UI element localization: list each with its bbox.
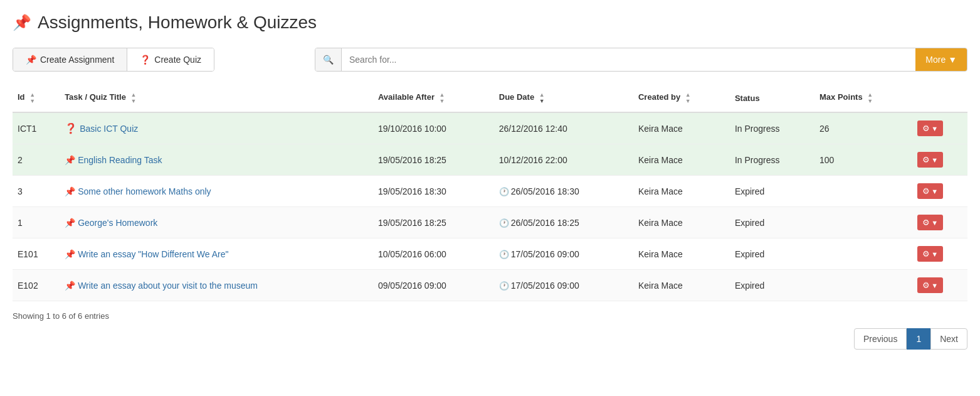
cell-actions: ⚙ ▼ [912, 112, 967, 144]
create-assignment-button[interactable]: 📌 Create Assignment [13, 48, 127, 71]
cell-max-points: 26 [814, 112, 912, 144]
search-area: 🔍 More ▼ [315, 48, 967, 72]
cell-id: E101 [13, 238, 60, 270]
col-header-created[interactable]: Created by ▲▼ [633, 84, 730, 112]
task-link[interactable]: Basic ICT Quiz [80, 124, 138, 134]
clock-icon: 🕐 [499, 187, 509, 196]
prev-button[interactable]: Previous [854, 328, 907, 350]
col-header-available[interactable]: Available After ▲▼ [373, 84, 494, 112]
cell-max-points [814, 207, 912, 238]
cell-title: 📌Write an essay about your visit to the … [60, 270, 373, 301]
cell-due: 🕐26/05/2016 18:25 [494, 207, 633, 238]
task-link[interactable]: George's Homework [78, 218, 157, 228]
page-1-button[interactable]: 1 [907, 328, 930, 350]
cell-actions: ⚙ ▼ [912, 207, 967, 238]
col-header-maxpoints[interactable]: Max Points ▲▼ [814, 84, 912, 112]
table-row: 1 📌George's Homework 19/05/2016 18:25 🕐2… [13, 207, 967, 238]
cell-created-by: Keira Mace [633, 238, 730, 270]
gear-icon: ⚙ [922, 124, 930, 133]
cell-due: 🕐26/05/2016 18:30 [494, 176, 633, 207]
gear-icon: ⚙ [922, 281, 930, 290]
cell-actions: ⚙ ▼ [912, 176, 967, 207]
cell-created-by: Keira Mace [633, 144, 730, 176]
quiz-question-icon: ❓ [140, 55, 150, 65]
cell-max-points: 100 [814, 144, 912, 176]
cell-max-points [814, 176, 912, 207]
table-row: 2 📌English Reading Task 19/05/2016 18:25… [13, 144, 967, 176]
search-input[interactable] [342, 48, 915, 71]
assignment-pin-icon: 📌 [26, 55, 36, 65]
showing-text: Showing 1 to 6 of 6 entries [13, 311, 967, 321]
cell-available: 19/05/2016 18:25 [373, 207, 494, 238]
cell-actions: ⚙ ▼ [912, 144, 967, 176]
cell-created-by: Keira Mace [633, 176, 730, 207]
gear-action-button[interactable]: ⚙ ▼ [917, 183, 943, 199]
cell-status: Expired [730, 238, 814, 270]
clock-icon: 🕐 [499, 218, 509, 228]
page-title: Assignments, Homework & Quizzes [38, 13, 317, 33]
cell-status: In Progress [730, 112, 814, 144]
gear-icon: ⚙ [922, 186, 930, 196]
task-link[interactable]: Some other homework Maths only [78, 186, 211, 196]
cell-title: 📌Write an essay "How Different We Are" [60, 238, 373, 270]
col-header-actions [912, 84, 967, 112]
cell-due: 🕐17/05/2016 09:00 [494, 238, 633, 270]
table-row: E101 📌Write an essay "How Different We A… [13, 238, 967, 270]
search-icon: 🔍 [315, 48, 342, 71]
cell-max-points [814, 238, 912, 270]
gear-icon: ⚙ [922, 218, 930, 227]
gear-action-button[interactable]: ⚙ ▼ [917, 277, 943, 293]
caret-icon: ▼ [931, 219, 938, 227]
cell-id: 3 [13, 176, 60, 207]
cell-created-by: Keira Mace [633, 207, 730, 238]
cell-due: 10/12/2016 22:00 [494, 144, 633, 176]
cell-status: In Progress [730, 144, 814, 176]
create-quiz-button[interactable]: ❓ Create Quiz [127, 48, 214, 71]
cell-id: E102 [13, 270, 60, 301]
cell-id: 1 [13, 207, 60, 238]
assignment-pin-icon: 📌 [65, 186, 75, 196]
pagination: Previous 1 Next [13, 328, 967, 350]
col-header-due[interactable]: Due Date ▲▼ [494, 84, 633, 112]
assignments-table: Id ▲▼ Task / Quiz Title ▲▼ Available Aft… [13, 84, 967, 301]
clock-icon: 🕐 [499, 250, 509, 259]
toolbar: 📌 Create Assignment ❓ Create Quiz 🔍 More… [13, 48, 967, 72]
cell-max-points [814, 270, 912, 301]
cell-due: 26/12/2016 12:40 [494, 112, 633, 144]
cell-id: ICT1 [13, 112, 60, 144]
quiz-icon: ❓ [65, 123, 77, 134]
cell-actions: ⚙ ▼ [912, 270, 967, 301]
cell-available: 19/05/2016 18:25 [373, 144, 494, 176]
next-button[interactable]: Next [930, 328, 967, 350]
gear-action-button[interactable]: ⚙ ▼ [917, 246, 943, 262]
task-link[interactable]: Write an essay "How Different We Are" [78, 249, 228, 259]
assignment-pin-icon: 📌 [65, 155, 75, 165]
cell-available: 09/05/2016 09:00 [373, 270, 494, 301]
task-link[interactable]: English Reading Task [78, 155, 162, 165]
assignment-pin-icon: 📌 [65, 249, 75, 259]
cell-status: Expired [730, 270, 814, 301]
col-header-title[interactable]: Task / Quiz Title ▲▼ [60, 84, 373, 112]
assignment-pin-icon: 📌 [65, 218, 75, 228]
caret-icon: ▼ [931, 282, 938, 289]
pin-icon: 📌 [13, 14, 31, 31]
col-header-id[interactable]: Id ▲▼ [13, 84, 60, 112]
caret-icon: ▼ [931, 250, 938, 258]
cell-id: 2 [13, 144, 60, 176]
clock-icon: 🕐 [499, 281, 509, 291]
gear-action-button[interactable]: ⚙ ▼ [917, 120, 943, 136]
cell-created-by: Keira Mace [633, 112, 730, 144]
cell-title: 📌Some other homework Maths only [60, 176, 373, 207]
gear-action-button[interactable]: ⚙ ▼ [917, 215, 943, 230]
table-row: 3 📌Some other homework Maths only 19/05/… [13, 176, 967, 207]
task-link[interactable]: Write an essay about your visit to the m… [78, 281, 258, 291]
table-row: ICT1 ❓Basic ICT Quiz 19/10/2016 10:00 26… [13, 112, 967, 144]
more-button[interactable]: More ▼ [915, 48, 967, 71]
caret-icon: ▼ [931, 188, 938, 195]
gear-icon: ⚙ [922, 155, 930, 164]
cell-status: Expired [730, 176, 814, 207]
cell-available: 19/10/2016 10:00 [373, 112, 494, 144]
cell-created-by: Keira Mace [633, 270, 730, 301]
gear-action-button[interactable]: ⚙ ▼ [917, 152, 943, 168]
cell-title: 📌George's Homework [60, 207, 373, 238]
